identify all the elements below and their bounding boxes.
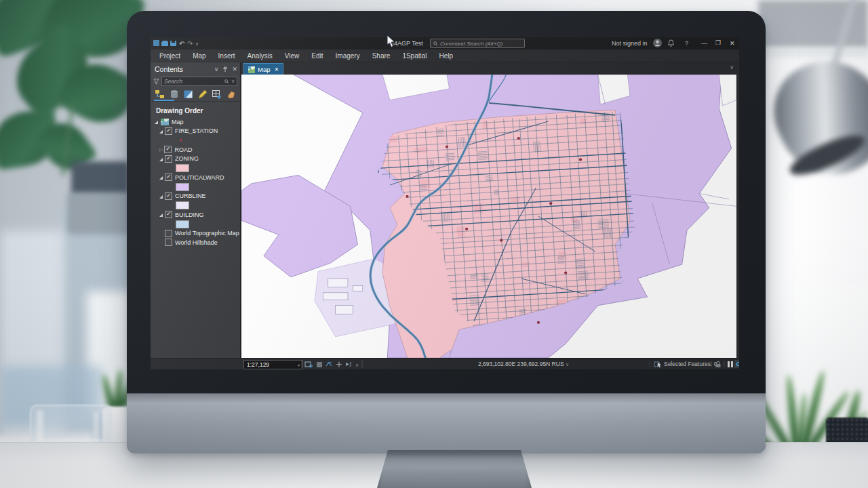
pane-menu-chevron-icon[interactable]: ∨ — [214, 66, 219, 73]
expand-arrow-icon[interactable] — [159, 158, 163, 161]
ribbon-tab-analysis[interactable]: Analysis — [241, 49, 279, 62]
ribbon-tab-imagery[interactable]: Imagery — [330, 49, 366, 62]
app-window: ↶ ↷ ∨ G4AGP Test Command Search (Alt+Q) … — [151, 37, 739, 369]
layer-row-world-hillshade[interactable]: World Hillshade — [151, 238, 240, 247]
layer-row-curbline[interactable]: ✓CURBLINE — [151, 192, 240, 201]
layer-symbol-row[interactable] — [151, 182, 240, 192]
contents-search-placeholder: Search — [164, 78, 182, 85]
layer-visibility-checkbox[interactable]: ✓ — [165, 192, 172, 200]
pin-icon[interactable] — [222, 66, 228, 73]
city-map-canvas[interactable] — [241, 75, 736, 358]
snapping-icon — [326, 363, 332, 366]
layer-symbol-row[interactable] — [151, 220, 240, 229]
document-area: Map ✕ ∨ — [241, 62, 739, 358]
flow-icon — [346, 363, 349, 366]
photo-scene: ↶ ↷ ∨ G4AGP Test Command Search (Alt+Q) … — [0, 0, 868, 488]
layer-visibility-checkbox[interactable] — [165, 239, 172, 246]
layer-row-map[interactable]: Map — [151, 117, 240, 127]
map-view[interactable] — [241, 75, 736, 358]
ribbon-tab-share[interactable]: Share — [366, 49, 397, 62]
mouse-cursor — [387, 35, 396, 48]
contents-pane: Contents ∨ ✕ Search ∨ — [151, 62, 241, 358]
expand-arrow-icon[interactable] — [159, 214, 163, 217]
layer-symbol-row[interactable] — [151, 136, 240, 145]
tools-chevron-icon: ∨ — [355, 363, 359, 367]
quick-access-toolbar[interactable]: ↶ ↷ ∨ — [153, 39, 201, 47]
expand-arrow-icon[interactable] — [159, 176, 163, 180]
help-button[interactable]: ? — [685, 40, 688, 47]
coordinate-readout[interactable]: 2,693,102.80E 239,692.95N RUS ∨ — [435, 361, 612, 367]
layer-visibility-checkbox[interactable]: ✓ — [164, 146, 172, 153]
search-icon — [224, 79, 229, 84]
layer-row-world-topographic-map[interactable]: World Topographic Map — [151, 229, 240, 239]
ribbon-tab-edit[interactable]: Edit — [305, 49, 329, 62]
list-by-data-source-icon[interactable] — [169, 89, 180, 100]
layer-symbol-row[interactable] — [151, 201, 240, 210]
expand-arrow-icon[interactable] — [155, 121, 158, 124]
close-pane-icon[interactable]: ✕ — [232, 66, 237, 73]
layer-visibility-checkbox[interactable]: ✓ — [165, 211, 172, 218]
ribbon-tab-map[interactable]: Map — [186, 49, 212, 62]
scale-dropdown-icon: ▾ — [298, 363, 300, 367]
monitor-stand — [377, 450, 532, 488]
layer-row-zoning[interactable]: ✓ZONING — [151, 155, 240, 164]
layer-label: CURBLINE — [175, 192, 206, 199]
layer-label: ZONING — [175, 155, 199, 162]
layer-label: World Hillshade — [175, 239, 218, 246]
layer-symbol-row[interactable] — [151, 163, 240, 173]
divider: | — [649, 361, 650, 367]
ribbon-tab-help[interactable]: Help — [433, 49, 460, 62]
list-by-selection-icon[interactable] — [183, 89, 194, 100]
redo-icon: ↷ — [187, 40, 193, 47]
notifications-bell-icon[interactable] — [667, 39, 675, 47]
selected-features-count[interactable]: Selected Features: 0 — [664, 361, 717, 367]
layer-visibility-checkbox[interactable]: ✓ — [165, 155, 172, 163]
map-scale-combo[interactable]: 1:27,129 ▾ — [243, 360, 303, 369]
map-view-tab[interactable]: Map ✕ — [243, 63, 283, 75]
lock-icon[interactable] — [715, 361, 722, 368]
status-bar: 1:27,129 ▾ ∨ 2,693,102.80E 239,692.95N R… — [151, 358, 739, 369]
ribbon-tab-1spatial[interactable]: 1Spatial — [396, 49, 433, 62]
layer-visibility-checkbox[interactable]: ✓ — [165, 174, 172, 181]
symbol-swatch — [176, 201, 189, 209]
restore-button[interactable]: ❐ — [715, 39, 721, 46]
list-by-labeling-icon[interactable] — [226, 89, 237, 100]
close-button[interactable]: ✕ — [730, 40, 735, 47]
contents-search-input[interactable]: Search ∨ — [161, 77, 237, 86]
map-tab-label: Map — [258, 66, 270, 73]
statusbar-tools[interactable]: ∨ — [301, 360, 376, 369]
tabstrip-chevron-icon[interactable]: ∨ — [730, 64, 734, 70]
sign-in-status[interactable]: Not signed in — [612, 40, 648, 47]
close-tab-icon[interactable]: ✕ — [274, 66, 279, 73]
list-by-snapping-icon[interactable] — [212, 89, 222, 100]
layer-visibility-checkbox[interactable]: ✓ — [165, 127, 172, 135]
plant-pot-top — [71, 161, 130, 197]
layer-row-politicalward[interactable]: ✓POLITICALWARD — [151, 173, 240, 182]
ribbon-tab-insert[interactable]: Insert — [212, 49, 241, 62]
sync-refresh-icon[interactable] — [734, 360, 739, 368]
command-search-input[interactable]: Command Search (Alt+Q) — [430, 39, 525, 48]
expand-arrow-icon[interactable] — [159, 130, 163, 134]
expand-arrow-icon[interactable] — [159, 195, 163, 199]
layer-row-building[interactable]: ✓BUILDING — [151, 210, 240, 220]
list-by-drawing-order-icon[interactable] — [155, 89, 165, 100]
pause-icon[interactable] — [728, 361, 730, 367]
ribbon-tab-view[interactable]: View — [279, 49, 306, 62]
filter-icon[interactable] — [153, 79, 159, 85]
list-by-editing-icon[interactable] — [197, 89, 208, 100]
layer-visibility-checkbox[interactable] — [165, 230, 172, 237]
search-options-chevron-icon[interactable]: ∨ — [231, 79, 235, 84]
selected-view-underline — [154, 100, 174, 101]
collapsed-arrow-icon[interactable]: ▷ — [159, 147, 163, 152]
symbol-swatch — [176, 183, 189, 191]
minimize-button[interactable]: — — [701, 40, 707, 47]
ribbon-tab-project[interactable]: Project — [153, 49, 186, 62]
pause-icon[interactable] — [731, 361, 733, 367]
layer-row-road[interactable]: ▷✓ROAD — [151, 145, 240, 155]
layer-row-fire-station[interactable]: ✓FIRE_STATION — [151, 127, 240, 136]
contents-pane-title: Contents — [155, 65, 183, 73]
monitor-chin — [127, 393, 766, 453]
avatar[interactable] — [653, 39, 662, 47]
view-tab-strip: Map ✕ ∨ — [241, 62, 739, 75]
shelf-edge-right — [758, 47, 868, 57]
